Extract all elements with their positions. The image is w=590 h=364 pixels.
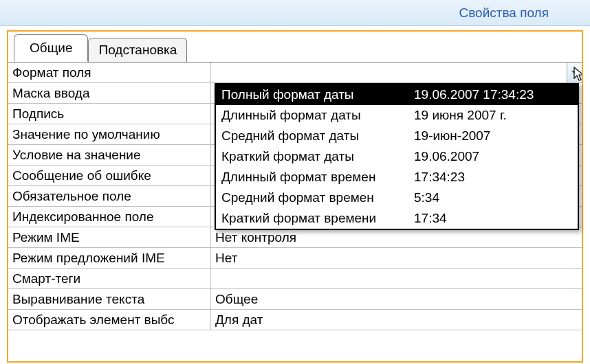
property-label: Обязательное поле xyxy=(8,186,211,206)
dropdown-option[interactable]: Длинный формат даты19 июня 2007 г. xyxy=(216,105,578,126)
property-label: Формат поля xyxy=(8,62,211,82)
dropdown-option-example: 19.06.2007 xyxy=(408,149,578,164)
field-properties-window: Свойства поля Общие Подстановка Формат п… xyxy=(0,0,590,364)
tab-general[interactable]: Общие xyxy=(14,34,88,62)
properties-panel: Общие Подстановка Формат поляМаска ввода… xyxy=(7,30,583,363)
dropdown-option-example: 19-июн-2007 xyxy=(408,128,578,144)
property-value[interactable]: Общее xyxy=(211,289,582,309)
dropdown-option[interactable]: Средний формат даты19-июн-2007 xyxy=(216,126,578,146)
dropdown-option-name: Средний формат времен xyxy=(216,190,408,205)
property-row: Режим предложений IMEНет xyxy=(8,248,582,269)
property-label: Смарт-теги xyxy=(8,269,211,288)
property-value[interactable]: Нет xyxy=(211,248,582,268)
property-label: Выравнивание текста xyxy=(8,289,211,309)
property-label: Режим предложений IME xyxy=(8,248,211,268)
dropdown-option-example: 19 июня 2007 г. xyxy=(408,108,578,123)
dropdown-option-name: Полный формат даты xyxy=(216,87,408,102)
cursor-icon xyxy=(573,67,582,82)
property-value[interactable] xyxy=(211,269,582,288)
titlebar-title: Свойства поля xyxy=(459,5,549,21)
property-label: Сообщение об ошибке xyxy=(8,166,211,185)
dropdown-option[interactable]: Полный формат даты19.06.2007 17:34:23 xyxy=(216,84,578,105)
dropdown-option-example: 19.06.2007 17:34:23 xyxy=(408,87,578,102)
property-value[interactable]: Нет контроля xyxy=(211,227,582,247)
property-label: Режим IME xyxy=(8,227,211,247)
dropdown-option-example: 17:34:23 xyxy=(408,170,578,185)
property-label: Значение по умолчанию xyxy=(8,124,211,144)
property-label: Условие на значение xyxy=(8,145,211,165)
dropdown-option[interactable]: Краткий формат времени17:34 xyxy=(216,208,578,229)
dropdown-option-name: Длинный формат даты xyxy=(216,108,408,123)
property-row: Смарт-теги xyxy=(8,269,582,289)
dropdown-option-name: Средний формат даты xyxy=(216,128,408,144)
properties-grid: Формат поляМаска вводаПодписьЗначение по… xyxy=(8,62,582,330)
dropdown-option-name: Длинный формат времен xyxy=(216,170,408,185)
format-dropdown-list[interactable]: Полный формат даты19.06.2007 17:34:23Дли… xyxy=(215,83,579,230)
dropdown-option-name: Краткий формат времени xyxy=(216,211,408,226)
dropdown-option[interactable]: Средний формат времен5:34 xyxy=(216,187,578,208)
dropdown-option-name: Краткий формат даты xyxy=(216,149,408,164)
dropdown-option[interactable]: Длинный формат времен17:34:23 xyxy=(216,167,578,187)
dropdown-option[interactable]: Краткий формат даты19.06.2007 xyxy=(216,146,578,167)
tab-lookup[interactable]: Подстановка xyxy=(88,38,187,62)
dropdown-option-example: 17:34 xyxy=(408,211,578,226)
property-row: Выравнивание текстаОбщее xyxy=(8,289,582,310)
property-label: Подпись xyxy=(8,104,211,124)
property-value[interactable]: Для дат xyxy=(211,310,582,330)
property-label: Отображать элемент выбс xyxy=(8,310,211,330)
property-row: Формат поля xyxy=(8,62,582,83)
dropdown-option-example: 5:34 xyxy=(408,190,578,205)
property-label: Индексированное поле xyxy=(8,207,211,227)
titlebar: Свойства поля xyxy=(0,0,590,26)
property-row: Режим IMEНет контроля xyxy=(8,227,582,248)
property-value[interactable] xyxy=(211,62,582,82)
tab-strip: Общие Подстановка xyxy=(8,31,582,61)
property-label: Маска ввода xyxy=(8,83,211,103)
property-row: Отображать элемент выбсДля дат xyxy=(8,310,582,330)
